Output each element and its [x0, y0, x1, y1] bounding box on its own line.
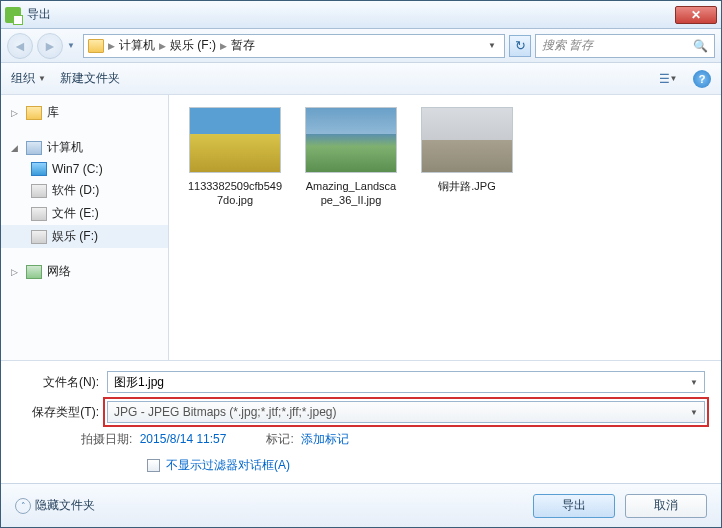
- file-item[interactable]: 铜井路.JPG: [419, 107, 515, 207]
- breadcrumb-computer[interactable]: 计算机: [119, 37, 155, 54]
- window-title: 导出: [27, 6, 675, 23]
- thumbnail-icon: [189, 107, 281, 173]
- file-list[interactable]: 1133382509cfb5497do.jpg Amazing_Landscap…: [169, 95, 721, 360]
- chevron-up-icon: ˄: [15, 498, 31, 514]
- chevron-down-icon[interactable]: ▼: [690, 378, 698, 387]
- thumbnail-icon: [421, 107, 513, 173]
- footer: ˄ 隐藏文件夹 导出 取消: [1, 483, 721, 527]
- breadcrumb-drive[interactable]: 娱乐 (F:): [170, 37, 216, 54]
- search-placeholder: 搜索 暂存: [542, 37, 593, 54]
- computer-icon: [26, 141, 42, 155]
- address-bar[interactable]: ▶ 计算机 ▶ 娱乐 (F:) ▶ 暂存 ▼: [83, 34, 505, 58]
- thumbnail-icon: [305, 107, 397, 173]
- tags-value[interactable]: 添加标记: [301, 432, 349, 446]
- sidebar-item-drive-d[interactable]: 软件 (D:): [1, 179, 168, 202]
- hide-folders-button[interactable]: ˄ 隐藏文件夹: [15, 497, 95, 514]
- tags-label: 标记:: [266, 432, 293, 446]
- chevron-right-icon[interactable]: ▶: [159, 41, 166, 51]
- expander-icon[interactable]: ▷: [11, 267, 21, 277]
- file-item[interactable]: 1133382509cfb5497do.jpg: [187, 107, 283, 207]
- navbar: ◄ ► ▼ ▶ 计算机 ▶ 娱乐 (F:) ▶ 暂存 ▼ ↻ 搜索 暂存 🔍: [1, 29, 721, 63]
- filename-label: 文件名(N):: [17, 374, 107, 391]
- search-icon: 🔍: [693, 39, 708, 53]
- export-button[interactable]: 导出: [533, 494, 615, 518]
- file-item[interactable]: Amazing_Landscape_36_II.jpg: [303, 107, 399, 207]
- filetype-label: 保存类型(T):: [17, 404, 107, 421]
- chevron-down-icon: ▼: [38, 74, 46, 83]
- chevron-right-icon[interactable]: ▶: [220, 41, 227, 51]
- form-area: 文件名(N): 图形1.jpg ▼ 保存类型(T): JPG - JPEG Bi…: [1, 360, 721, 483]
- export-dialog: 导出 ✕ ◄ ► ▼ ▶ 计算机 ▶ 娱乐 (F:) ▶ 暂存 ▼ ↻ 搜索 暂…: [0, 0, 722, 528]
- sidebar-item-drive-c[interactable]: Win7 (C:): [1, 159, 168, 179]
- search-input[interactable]: 搜索 暂存 🔍: [535, 34, 715, 58]
- drive-icon: [31, 184, 47, 198]
- sidebar-item-drive-e[interactable]: 文件 (E:): [1, 202, 168, 225]
- date-value[interactable]: 2015/8/14 11:57: [140, 432, 227, 446]
- file-name: Amazing_Landscape_36_II.jpg: [303, 179, 399, 207]
- network-icon: [26, 265, 42, 279]
- new-folder-button[interactable]: 新建文件夹: [60, 70, 120, 87]
- dialog-body: ▷ 库 ◢ 计算机 Win7 (C:) 软件 (D:) 文件 (E:): [1, 95, 721, 360]
- file-name: 铜井路.JPG: [419, 179, 515, 193]
- organize-button[interactable]: 组织 ▼: [11, 70, 46, 87]
- library-icon: [26, 106, 42, 120]
- titlebar: 导出 ✕: [1, 1, 721, 29]
- expander-icon[interactable]: ◢: [11, 143, 21, 153]
- file-name: 1133382509cfb5497do.jpg: [187, 179, 283, 207]
- app-icon: [5, 7, 21, 23]
- filename-input[interactable]: 图形1.jpg ▼: [107, 371, 705, 393]
- address-dropdown[interactable]: ▼: [484, 41, 500, 50]
- help-button[interactable]: ?: [693, 70, 711, 88]
- sidebar-item-network[interactable]: ▷ 网络: [1, 260, 168, 283]
- chevron-down-icon[interactable]: ▼: [690, 408, 698, 417]
- sidebar-item-drive-f[interactable]: 娱乐 (F:): [1, 225, 168, 248]
- filter-checkbox-label[interactable]: 不显示过滤器对话框(A): [166, 458, 290, 473]
- filter-checkbox[interactable]: [147, 459, 160, 472]
- expander-icon[interactable]: ▷: [11, 108, 21, 118]
- view-button[interactable]: ☰ ▼: [657, 68, 679, 90]
- nav-history-dropdown[interactable]: ▼: [67, 41, 79, 50]
- sidebar: ▷ 库 ◢ 计算机 Win7 (C:) 软件 (D:) 文件 (E:): [1, 95, 169, 360]
- toolbar: 组织 ▼ 新建文件夹 ☰ ▼ ?: [1, 63, 721, 95]
- back-button[interactable]: ◄: [7, 33, 33, 59]
- drive-icon: [31, 230, 47, 244]
- chevron-right-icon[interactable]: ▶: [108, 41, 115, 51]
- breadcrumb-folder[interactable]: 暂存: [231, 37, 255, 54]
- filetype-highlight: JPG - JPEG Bitmaps (*.jpg;*.jtf;*.jff;*.…: [103, 397, 709, 427]
- sidebar-item-computer[interactable]: ◢ 计算机: [1, 136, 168, 159]
- drive-icon: [31, 207, 47, 221]
- close-button[interactable]: ✕: [675, 6, 717, 24]
- folder-icon: [88, 39, 104, 53]
- drive-icon: [31, 162, 47, 176]
- sidebar-item-library[interactable]: ▷ 库: [1, 101, 168, 124]
- refresh-button[interactable]: ↻: [509, 35, 531, 57]
- breadcrumb: ▶ 计算机 ▶ 娱乐 (F:) ▶ 暂存: [108, 37, 480, 54]
- date-label: 拍摄日期:: [81, 432, 132, 446]
- cancel-button[interactable]: 取消: [625, 494, 707, 518]
- filetype-combobox[interactable]: JPG - JPEG Bitmaps (*.jpg;*.jtf;*.jff;*.…: [107, 401, 705, 423]
- forward-button[interactable]: ►: [37, 33, 63, 59]
